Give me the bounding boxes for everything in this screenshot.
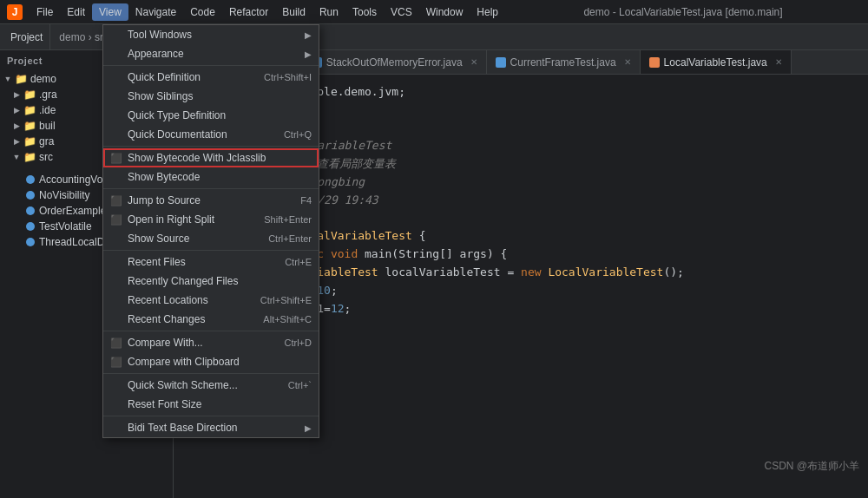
menu-item-label: Appearance: [128, 48, 301, 60]
menu-item-label: Compare With...: [128, 337, 267, 349]
submenu-arrow-icon: ▶: [305, 30, 312, 40]
window-title: demo - LocalVariableTest.java [demo.main…: [583, 6, 782, 18]
menu-shortcut: Ctrl+D: [285, 337, 312, 348]
menu-navigate[interactable]: Navigate: [128, 3, 183, 21]
menu-reset-font-size[interactable]: Reset Font Size: [103, 395, 319, 414]
menu-item-label: Quick Documentation: [128, 128, 266, 141]
menu-separator: [103, 416, 319, 416]
menu-bar: File Edit View Navigate Code Refactor Bu…: [30, 3, 505, 21]
view-dropdown-menu: Tool Windows ▶ Appearance ▶ Quick Defini…: [102, 24, 319, 438]
menu-shortcut: F4: [300, 195, 312, 206]
menu-build[interactable]: Build: [275, 3, 312, 21]
menu-shortcut: Ctrl+Shift+I: [264, 72, 312, 82]
menu-open-right-split[interactable]: ⬛ Open in Right Split Shift+Enter: [103, 210, 319, 229]
menu-vcs[interactable]: VCS: [384, 3, 419, 21]
menu-item-icon: ⬛: [110, 195, 122, 206]
menu-shortcut: Ctrl+Q: [284, 129, 312, 140]
menu-show-bytecode-jclasslib[interactable]: ⬛ Show Bytecode With Jclasslib: [103, 148, 319, 167]
menu-recent-changes[interactable]: Recent Changes Alt+Shift+C: [103, 310, 319, 329]
menu-show-source[interactable]: Show Source Ctrl+Enter: [103, 229, 319, 248]
menu-item-label: Show Siblings: [128, 90, 312, 102]
menu-show-siblings[interactable]: Show Siblings: [103, 87, 319, 106]
menu-item-label: Bidi Text Base Direction: [128, 422, 301, 434]
menu-shortcut: Ctrl+`: [288, 380, 312, 390]
submenu-arrow-icon: ▶: [305, 49, 312, 59]
menu-jump-to-source[interactable]: ⬛ Jump to Source F4: [103, 191, 319, 210]
menu-item-label: Jump to Source: [128, 194, 283, 206]
menu-run[interactable]: Run: [312, 3, 345, 21]
dropdown-overlay: Tool Windows ▶ Appearance ▶ Quick Defini…: [0, 24, 868, 498]
menu-shortcut: Ctrl+Shift+E: [260, 295, 312, 305]
menu-item-label: Show Source: [128, 233, 251, 245]
menu-tool-windows[interactable]: Tool Windows ▶: [103, 25, 319, 44]
menu-edit[interactable]: Edit: [60, 3, 92, 21]
menu-item-icon: ⬛: [110, 214, 122, 226]
menu-separator: [103, 250, 319, 251]
menu-item-label: Recent Files: [128, 256, 267, 268]
menu-appearance[interactable]: Appearance ▶: [103, 44, 319, 63]
menu-compare-clipboard[interactable]: ⬛ Compare with Clipboard: [103, 352, 319, 371]
menu-quick-documentation[interactable]: Quick Documentation Ctrl+Q: [103, 125, 319, 144]
menu-bidi-text[interactable]: Bidi Text Base Direction ▶: [103, 418, 319, 437]
menu-help[interactable]: Help: [470, 3, 505, 21]
menu-item-label: Quick Type Definition: [128, 109, 312, 121]
menu-separator: [103, 188, 319, 189]
menu-recent-files[interactable]: Recent Files Ctrl+E: [103, 252, 319, 272]
menu-tools[interactable]: Tools: [345, 3, 384, 21]
menu-view[interactable]: View: [92, 3, 128, 21]
menu-item-label: Quick Switch Scheme...: [128, 379, 271, 391]
menu-quick-definition[interactable]: Quick Definition Ctrl+Shift+I: [103, 68, 319, 87]
menu-item-label: Open in Right Split: [128, 213, 247, 226]
menu-quick-switch-scheme[interactable]: Quick Switch Scheme... Ctrl+`: [103, 376, 319, 395]
menu-refactor[interactable]: Refactor: [222, 3, 275, 21]
menu-shortcut: Ctrl+Enter: [268, 233, 312, 244]
submenu-arrow-icon: ▶: [305, 423, 312, 433]
menu-item-label: Recently Changed Files: [128, 275, 312, 287]
menu-item-label: Recent Locations: [128, 294, 243, 306]
menu-code[interactable]: Code: [183, 3, 222, 21]
menu-window[interactable]: Window: [419, 3, 470, 21]
menu-item-label: Recent Changes: [128, 313, 246, 325]
menu-shortcut: Alt+Shift+C: [263, 314, 312, 324]
menu-item-label: Quick Definition: [128, 71, 247, 83]
menu-compare-with[interactable]: ⬛ Compare With... Ctrl+D: [103, 333, 319, 352]
menu-file[interactable]: File: [30, 3, 60, 21]
menu-item-icon: ⬛: [110, 357, 122, 368]
app-logo: J: [7, 4, 23, 20]
menu-separator: [103, 373, 319, 374]
menu-item-icon: ⬛: [110, 153, 122, 164]
menu-shortcut: Ctrl+E: [285, 257, 312, 267]
menu-item-label: Show Bytecode With Jclasslib: [128, 152, 312, 164]
menu-show-bytecode[interactable]: Show Bytecode: [103, 167, 319, 187]
menu-shortcut: Shift+Enter: [264, 214, 312, 225]
menu-quick-type-definition[interactable]: Quick Type Definition: [103, 106, 319, 125]
menu-item-label: Compare with Clipboard: [128, 356, 312, 368]
menu-item-icon: ⬛: [110, 337, 122, 349]
menu-item-label: Show Bytecode: [128, 171, 312, 183]
menu-item-label: Reset Font Size: [128, 398, 312, 410]
menu-item-label: Tool Windows: [128, 29, 301, 41]
title-bar: J File Edit View Navigate Code Refactor …: [0, 0, 868, 24]
menu-separator: [103, 146, 319, 147]
menu-separator: [103, 331, 319, 331]
menu-recently-changed-files[interactable]: Recently Changed Files: [103, 272, 319, 291]
menu-recent-locations[interactable]: Recent Locations Ctrl+Shift+E: [103, 291, 319, 310]
menu-separator: [103, 65, 319, 66]
